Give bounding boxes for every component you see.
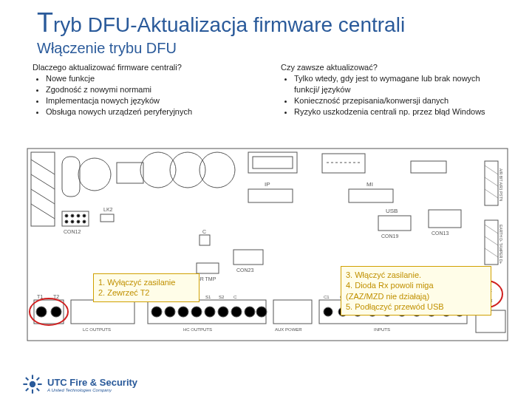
svg-text:LK2: LK2	[103, 207, 113, 212]
callout-left: 1. Wyłączyć zasilanie 2. Zewrzeć T2	[93, 273, 200, 302]
svg-line-113	[26, 378, 29, 381]
svg-text:CON12: CON12	[64, 229, 81, 234]
page-title: Tryb DFU-Aktualizacja firmware centrali	[37, 7, 532, 38]
svg-point-24	[77, 220, 80, 223]
svg-text:HC OUTPUTS: HC OUTPUTS	[183, 327, 212, 332]
svg-rect-29	[248, 189, 293, 202]
svg-text:S2: S2	[219, 295, 225, 299]
svg-line-115	[37, 378, 40, 381]
svg-rect-6	[31, 152, 55, 226]
svg-rect-69	[273, 300, 312, 324]
left-column: Dlaczego aktualizować firmware centrali?…	[33, 63, 251, 117]
svg-text:LC OUTPUTS: LC OUTPUTS	[83, 327, 111, 332]
svg-text:C1: C1	[324, 295, 330, 299]
svg-rect-33	[378, 216, 411, 231]
title-rest: ryb DFU-Aktualizacja firmware centrali	[53, 13, 405, 36]
sun-icon	[22, 374, 43, 395]
svg-rect-11	[62, 157, 80, 197]
svg-rect-36	[429, 210, 461, 228]
svg-text:MI: MI	[366, 181, 373, 188]
callout-line: 2. Zewrzeć T2	[98, 287, 194, 298]
svg-rect-26	[100, 214, 114, 222]
svg-point-72	[324, 307, 332, 316]
svg-point-12	[78, 158, 111, 191]
left-question: Dlaczego aktualizować firmware centrali?	[33, 63, 251, 72]
pcb-svg: LK2 CON12 IP MI USB CON19 CON13 C CON23 …	[27, 148, 508, 355]
logo-subtext: A United Technologies Company	[47, 388, 137, 392]
content-columns: Dlaczego aktualizować firmware centrali?…	[0, 63, 532, 117]
svg-point-18	[65, 214, 68, 217]
svg-line-116	[26, 389, 29, 392]
svg-point-15	[170, 152, 205, 188]
callout-right: 3. Włączyć zasilanie. 4. Dioda Rx powoli…	[341, 266, 491, 316]
svg-text:T1: T1	[37, 294, 43, 299]
svg-point-45	[36, 307, 47, 317]
svg-text:AUX POWER: AUX POWER	[275, 327, 302, 332]
svg-point-59	[245, 307, 255, 317]
svg-point-25	[83, 220, 86, 223]
svg-rect-49	[71, 300, 134, 324]
svg-rect-42	[197, 263, 219, 273]
svg-point-14	[140, 152, 176, 188]
svg-rect-96	[485, 220, 498, 265]
svg-point-19	[71, 214, 74, 217]
footer-logo: UTC Fire & Security A United Technologie…	[22, 374, 137, 395]
right-list: Tylko wtedy, gdy jest to wymagane lub br…	[281, 73, 499, 117]
page-subtitle: Włączenie trybu DFU	[37, 40, 532, 57]
svg-rect-2	[253, 157, 293, 168]
svg-text:C: C	[233, 295, 237, 299]
svg-point-57	[218, 307, 228, 317]
list-item: Obsługa nowych urządzeń peryferyjnych	[46, 106, 251, 117]
list-item: Zgodność z nowymi normami	[46, 84, 251, 95]
list-item: Ryzyko uszkodzenia centrali np. przez bł…	[294, 106, 499, 117]
svg-point-108	[30, 381, 35, 387]
right-question: Czy zawsze aktualizować?	[281, 63, 499, 72]
list-item: Tylko wtedy, gdy jest to wymagane lub br…	[294, 73, 499, 95]
svg-line-100	[485, 189, 498, 198]
title-big-letter: T	[37, 7, 53, 38]
left-list: Nowe funkcje Zgodność z nowymi normami I…	[33, 73, 251, 117]
svg-point-16	[200, 152, 235, 188]
svg-text:IP: IP	[265, 181, 270, 188]
svg-text:INPUTS: INPUTS	[374, 327, 390, 332]
svg-line-10	[31, 204, 55, 219]
svg-point-53	[165, 307, 175, 317]
svg-rect-3	[322, 154, 365, 173]
pcb-diagram: LK2 CON12 IP MI USB CON19 CON13 C CON23 …	[27, 148, 508, 355]
svg-line-101	[485, 225, 498, 233]
right-column: Czy zawsze aktualizować? Tylko wtedy, gd…	[281, 63, 499, 117]
svg-text:EARTH D- TAMPER D+: EARTH D- TAMPER D+	[499, 225, 503, 264]
svg-line-9	[31, 189, 55, 204]
svg-point-58	[231, 307, 242, 317]
svg-line-114	[37, 389, 40, 392]
callout-line: 4. Dioda Rx powoli miga	[346, 280, 486, 290]
svg-point-21	[83, 214, 86, 217]
list-item: Konieczność przepisania/konwersji danych	[294, 95, 499, 106]
svg-point-20	[77, 214, 80, 217]
svg-rect-31	[349, 189, 393, 202]
svg-line-98	[485, 166, 498, 174]
callout-line: 1. Wyłączyć zasilanie	[98, 277, 194, 287]
svg-text:CON23: CON23	[236, 267, 253, 273]
svg-text:CON13: CON13	[432, 231, 449, 236]
svg-text:USB: USB	[386, 208, 398, 214]
svg-point-106	[30, 299, 68, 325]
svg-rect-1	[248, 152, 297, 173]
svg-point-23	[71, 220, 74, 223]
callout-line: 3. Włączyć zasilanie.	[346, 270, 486, 280]
svg-point-46	[51, 307, 61, 317]
list-item: Nowe funkcje	[46, 73, 251, 84]
svg-line-102	[485, 236, 498, 245]
svg-line-99	[485, 177, 498, 186]
logo-text: UTC Fire & Security	[47, 377, 137, 388]
callout-line: (ZAZ/MZD nie działają)	[346, 291, 486, 301]
svg-rect-40	[233, 250, 263, 265]
svg-point-56	[205, 307, 215, 317]
svg-point-22	[65, 220, 68, 223]
svg-rect-5	[411, 161, 446, 173]
svg-rect-38	[200, 235, 210, 245]
svg-line-7	[31, 160, 55, 174]
svg-point-52	[151, 307, 162, 317]
svg-text:CON19: CON19	[381, 233, 398, 239]
list-item: Implementacja nowych języków	[46, 95, 251, 106]
